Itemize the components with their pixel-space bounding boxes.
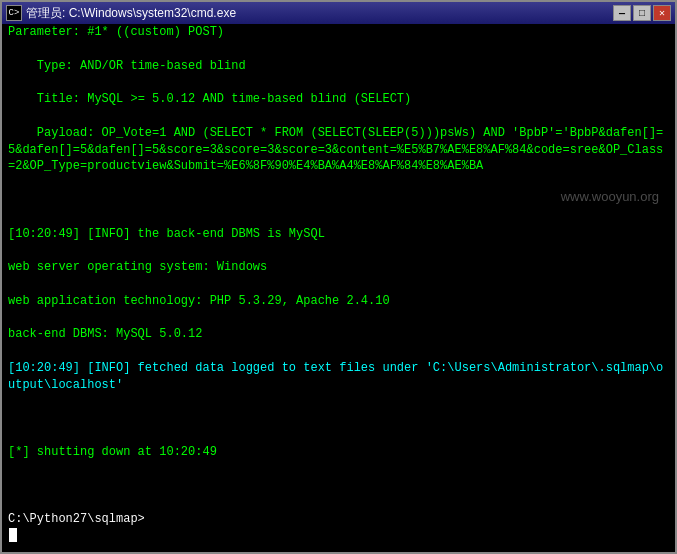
terminal-line: web application technology: PHP 5.3.29, … bbox=[8, 293, 669, 310]
terminal-line bbox=[8, 192, 669, 209]
title-bar-left: C> 管理员: C:\Windows\system32\cmd.exe bbox=[6, 5, 236, 22]
terminal-line bbox=[8, 477, 669, 494]
terminal-line: [10:20:49] [INFO] fetched data logged to… bbox=[8, 360, 669, 394]
cmd-window: C> 管理员: C:\Windows\system32\cmd.exe — □ … bbox=[0, 0, 677, 554]
terminal-line: back-end DBMS: MySQL 5.0.12 bbox=[8, 326, 669, 343]
title-buttons: — □ ✕ bbox=[613, 5, 671, 21]
terminal-line: Payload: OP_Vote=1 AND (SELECT * FROM (S… bbox=[8, 125, 669, 175]
terminal-line: Parameter: #1* ((custom) POST) bbox=[8, 24, 669, 41]
terminal-line: [10:20:49] [INFO] the back-end DBMS is M… bbox=[8, 226, 669, 243]
terminal-line: Type: AND/OR time-based blind bbox=[8, 58, 669, 75]
terminal-body[interactable]: for the remaining tests, do you want to … bbox=[2, 24, 675, 552]
window-icon: C> bbox=[6, 5, 22, 21]
cursor bbox=[9, 528, 17, 542]
terminal-content: for the remaining tests, do you want to … bbox=[8, 24, 669, 548]
terminal-line: Title: MySQL >= 5.0.12 AND time-based bl… bbox=[8, 91, 669, 108]
terminal-line bbox=[8, 410, 669, 427]
window-title: 管理员: C:\Windows\system32\cmd.exe bbox=[26, 5, 236, 22]
terminal-line: web server operating system: Windows bbox=[8, 259, 669, 276]
minimize-button[interactable]: — bbox=[613, 5, 631, 21]
terminal-line: [*] shutting down at 10:20:49 bbox=[8, 444, 669, 461]
maximize-button[interactable]: □ bbox=[633, 5, 651, 21]
title-bar: C> 管理员: C:\Windows\system32\cmd.exe — □ … bbox=[2, 2, 675, 24]
terminal-prompt: C:\Python27\sqlmap> bbox=[8, 511, 669, 528]
close-button[interactable]: ✕ bbox=[653, 5, 671, 21]
